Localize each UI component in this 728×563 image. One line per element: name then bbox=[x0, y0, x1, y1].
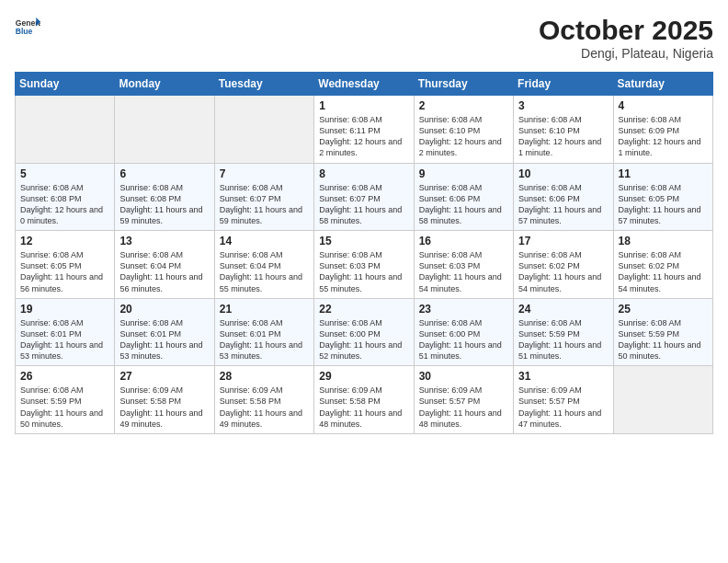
day-number: 14 bbox=[220, 235, 309, 247]
calendar-cell bbox=[613, 366, 712, 434]
page-header: General Blue October 2025 Dengi, Plateau… bbox=[15, 15, 713, 61]
day-info: Sunrise: 6:08 AM Sunset: 6:04 PM Dayligh… bbox=[119, 249, 209, 294]
calendar-cell: 20Sunrise: 6:08 AM Sunset: 6:01 PM Dayli… bbox=[115, 298, 214, 366]
day-info: Sunrise: 6:08 AM Sunset: 5:59 PM Dayligh… bbox=[518, 317, 608, 362]
day-number: 17 bbox=[518, 235, 608, 247]
page-subtitle: Dengi, Plateau, Nigeria bbox=[539, 46, 713, 61]
day-number: 22 bbox=[319, 303, 408, 316]
day-info: Sunrise: 6:08 AM Sunset: 6:09 PM Dayligh… bbox=[619, 114, 708, 159]
day-info: Sunrise: 6:08 AM Sunset: 6:00 PM Dayligh… bbox=[419, 317, 508, 362]
day-number: 7 bbox=[220, 167, 309, 180]
calendar-cell: 23Sunrise: 6:08 AM Sunset: 6:00 PM Dayli… bbox=[414, 298, 513, 366]
day-info: Sunrise: 6:08 AM Sunset: 6:05 PM Dayligh… bbox=[619, 182, 708, 227]
day-info: Sunrise: 6:08 AM Sunset: 5:59 PM Dayligh… bbox=[619, 317, 708, 362]
calendar-cell: 16Sunrise: 6:08 AM Sunset: 6:03 PM Dayli… bbox=[414, 231, 513, 299]
day-info: Sunrise: 6:08 AM Sunset: 6:05 PM Dayligh… bbox=[20, 249, 109, 294]
day-info: Sunrise: 6:08 AM Sunset: 5:59 PM Dayligh… bbox=[20, 385, 109, 430]
calendar-cell: 22Sunrise: 6:08 AM Sunset: 6:00 PM Dayli… bbox=[314, 298, 414, 366]
day-number: 26 bbox=[20, 370, 109, 383]
day-info: Sunrise: 6:08 AM Sunset: 6:08 PM Dayligh… bbox=[20, 182, 109, 227]
day-info: Sunrise: 6:09 AM Sunset: 5:58 PM Dayligh… bbox=[220, 385, 309, 430]
calendar-cell: 9Sunrise: 6:08 AM Sunset: 6:06 PM Daylig… bbox=[414, 163, 513, 231]
calendar-cell: 13Sunrise: 6:08 AM Sunset: 6:04 PM Dayli… bbox=[115, 231, 214, 299]
day-info: Sunrise: 6:08 AM Sunset: 6:00 PM Dayligh… bbox=[319, 317, 408, 362]
day-info: Sunrise: 6:08 AM Sunset: 6:02 PM Dayligh… bbox=[518, 249, 608, 294]
day-info: Sunrise: 6:08 AM Sunset: 6:01 PM Dayligh… bbox=[220, 317, 309, 362]
day-info: Sunrise: 6:09 AM Sunset: 5:58 PM Dayligh… bbox=[319, 385, 408, 430]
calendar-cell: 3Sunrise: 6:08 AM Sunset: 6:10 PM Daylig… bbox=[514, 96, 613, 164]
calendar-cell: 11Sunrise: 6:08 AM Sunset: 6:05 PM Dayli… bbox=[613, 163, 712, 231]
day-info: Sunrise: 6:08 AM Sunset: 6:11 PM Dayligh… bbox=[319, 114, 408, 159]
logo-icon: General Blue bbox=[15, 15, 40, 40]
page-title: October 2025 bbox=[539, 15, 713, 46]
day-info: Sunrise: 6:08 AM Sunset: 6:03 PM Dayligh… bbox=[419, 249, 508, 294]
calendar-week-row: 12Sunrise: 6:08 AM Sunset: 6:05 PM Dayli… bbox=[16, 231, 713, 299]
calendar-cell: 8Sunrise: 6:08 AM Sunset: 6:07 PM Daylig… bbox=[314, 163, 414, 231]
day-info: Sunrise: 6:08 AM Sunset: 6:06 PM Dayligh… bbox=[419, 182, 508, 227]
day-info: Sunrise: 6:08 AM Sunset: 6:01 PM Dayligh… bbox=[119, 317, 209, 362]
calendar-cell: 19Sunrise: 6:08 AM Sunset: 6:01 PM Dayli… bbox=[16, 298, 115, 366]
day-info: Sunrise: 6:08 AM Sunset: 6:07 PM Dayligh… bbox=[319, 182, 408, 227]
day-number: 11 bbox=[619, 167, 708, 180]
calendar-cell: 17Sunrise: 6:08 AM Sunset: 6:02 PM Dayli… bbox=[514, 231, 613, 299]
day-number: 12 bbox=[20, 235, 109, 247]
calendar-week-row: 19Sunrise: 6:08 AM Sunset: 6:01 PM Dayli… bbox=[16, 298, 713, 366]
calendar-cell: 18Sunrise: 6:08 AM Sunset: 6:02 PM Dayli… bbox=[613, 231, 712, 299]
day-number: 21 bbox=[220, 303, 309, 316]
day-info: Sunrise: 6:08 AM Sunset: 6:10 PM Dayligh… bbox=[518, 114, 608, 159]
day-info: Sunrise: 6:08 AM Sunset: 6:01 PM Dayligh… bbox=[20, 317, 109, 362]
calendar-cell: 25Sunrise: 6:08 AM Sunset: 5:59 PM Dayli… bbox=[613, 298, 712, 366]
weekday-header-saturday: Saturday bbox=[613, 73, 712, 96]
calendar-week-row: 26Sunrise: 6:08 AM Sunset: 5:59 PM Dayli… bbox=[16, 366, 713, 434]
calendar-cell: 21Sunrise: 6:08 AM Sunset: 6:01 PM Dayli… bbox=[214, 298, 313, 366]
weekday-header-wednesday: Wednesday bbox=[314, 73, 414, 96]
weekday-header-friday: Friday bbox=[514, 73, 613, 96]
day-number: 19 bbox=[20, 303, 109, 316]
day-number: 28 bbox=[220, 370, 309, 383]
day-number: 31 bbox=[518, 370, 608, 383]
calendar-cell: 27Sunrise: 6:09 AM Sunset: 5:58 PM Dayli… bbox=[115, 366, 214, 434]
calendar-cell: 12Sunrise: 6:08 AM Sunset: 6:05 PM Dayli… bbox=[16, 231, 115, 299]
calendar-cell: 24Sunrise: 6:08 AM Sunset: 5:59 PM Dayli… bbox=[514, 298, 613, 366]
weekday-header-row: SundayMondayTuesdayWednesdayThursdayFrid… bbox=[16, 73, 713, 96]
day-number: 15 bbox=[319, 235, 408, 247]
calendar-cell: 31Sunrise: 6:09 AM Sunset: 5:57 PM Dayli… bbox=[514, 366, 613, 434]
calendar-cell: 28Sunrise: 6:09 AM Sunset: 5:58 PM Dayli… bbox=[214, 366, 313, 434]
day-number: 13 bbox=[119, 235, 209, 247]
weekday-header-thursday: Thursday bbox=[414, 73, 513, 96]
calendar-cell bbox=[16, 96, 115, 164]
calendar-cell: 4Sunrise: 6:08 AM Sunset: 6:09 PM Daylig… bbox=[613, 96, 712, 164]
day-number: 5 bbox=[20, 167, 109, 180]
title-block: October 2025 Dengi, Plateau, Nigeria bbox=[539, 15, 713, 61]
day-info: Sunrise: 6:08 AM Sunset: 6:03 PM Dayligh… bbox=[319, 249, 408, 294]
calendar-cell: 2Sunrise: 6:08 AM Sunset: 6:10 PM Daylig… bbox=[414, 96, 513, 164]
day-info: Sunrise: 6:09 AM Sunset: 5:58 PM Dayligh… bbox=[119, 385, 209, 430]
calendar-cell: 14Sunrise: 6:08 AM Sunset: 6:04 PM Dayli… bbox=[214, 231, 313, 299]
day-number: 4 bbox=[619, 99, 708, 112]
calendar-cell: 15Sunrise: 6:08 AM Sunset: 6:03 PM Dayli… bbox=[314, 231, 414, 299]
day-number: 25 bbox=[619, 303, 708, 316]
day-number: 20 bbox=[119, 303, 209, 316]
calendar-table: SundayMondayTuesdayWednesdayThursdayFrid… bbox=[15, 72, 713, 434]
day-number: 29 bbox=[319, 370, 408, 383]
calendar-week-row: 1Sunrise: 6:08 AM Sunset: 6:11 PM Daylig… bbox=[16, 96, 713, 164]
calendar-cell bbox=[214, 96, 313, 164]
day-number: 23 bbox=[419, 303, 508, 316]
calendar-cell: 10Sunrise: 6:08 AM Sunset: 6:06 PM Dayli… bbox=[514, 163, 613, 231]
weekday-header-monday: Monday bbox=[115, 73, 214, 96]
day-info: Sunrise: 6:09 AM Sunset: 5:57 PM Dayligh… bbox=[518, 385, 608, 430]
calendar-cell: 5Sunrise: 6:08 AM Sunset: 6:08 PM Daylig… bbox=[16, 163, 115, 231]
day-number: 1 bbox=[319, 99, 408, 112]
day-info: Sunrise: 6:08 AM Sunset: 6:07 PM Dayligh… bbox=[220, 182, 309, 227]
day-info: Sunrise: 6:08 AM Sunset: 6:06 PM Dayligh… bbox=[518, 182, 608, 227]
day-number: 2 bbox=[419, 99, 508, 112]
day-number: 9 bbox=[419, 167, 508, 180]
calendar-cell: 6Sunrise: 6:08 AM Sunset: 6:08 PM Daylig… bbox=[115, 163, 214, 231]
day-number: 6 bbox=[119, 167, 209, 180]
weekday-header-sunday: Sunday bbox=[16, 73, 115, 96]
day-number: 3 bbox=[518, 99, 608, 112]
day-info: Sunrise: 6:09 AM Sunset: 5:57 PM Dayligh… bbox=[419, 385, 508, 430]
day-number: 8 bbox=[319, 167, 408, 180]
day-info: Sunrise: 6:08 AM Sunset: 6:08 PM Dayligh… bbox=[119, 182, 209, 227]
svg-text:Blue: Blue bbox=[16, 27, 33, 36]
